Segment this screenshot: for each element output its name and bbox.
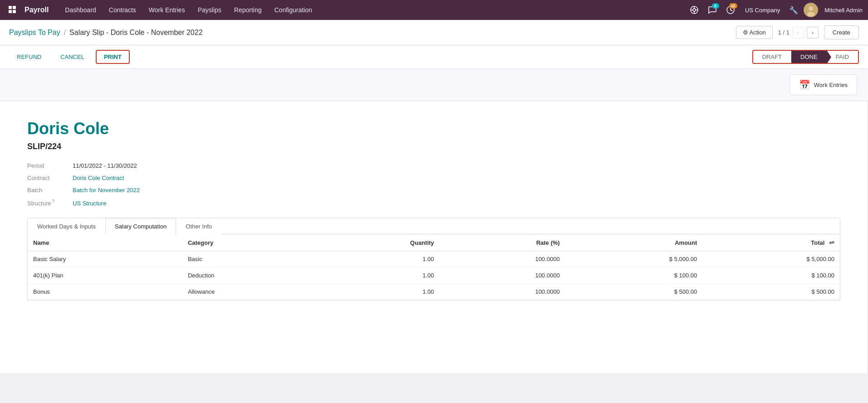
breadcrumb-current: Salary Slip - Doris Cole - November 2022	[69, 29, 202, 37]
svg-rect-3	[13, 10, 16, 13]
activity-badge: 42	[729, 3, 737, 9]
app-grid-icon[interactable]	[5, 3, 20, 17]
structure-label: Structure?	[27, 199, 73, 207]
period-value: 11/01/2022 - 11/30/2022	[73, 162, 137, 169]
batch-label: Batch	[27, 187, 73, 194]
cell-quantity: 1.00	[316, 267, 440, 284]
cell-rate: 100.0000	[440, 251, 565, 267]
cell-rate: 100.0000	[440, 284, 565, 300]
activity-icon[interactable]: 42	[723, 3, 738, 17]
nav-reporting[interactable]: Reporting	[229, 4, 267, 16]
svg-point-5	[693, 9, 696, 11]
status-pipeline: DRAFT DONE PAID	[752, 50, 859, 64]
action-bar: REFUND CANCEL PRINT DRAFT DONE PAID	[0, 45, 868, 69]
contract-value[interactable]: Doris Cole Contract	[73, 175, 124, 181]
cell-amount: $ 500.00	[565, 284, 703, 300]
cell-amount: $ 5,000.00	[565, 251, 703, 267]
nav-icons-group: 6 42 US Company 🔧 Mitchell Admin	[687, 3, 863, 17]
contract-label: Contract	[27, 175, 73, 181]
avatar[interactable]	[804, 3, 818, 17]
employee-name: Doris Cole	[27, 119, 840, 138]
structure-value[interactable]: US Structure	[73, 200, 106, 207]
structure-field: Structure? US Structure	[27, 199, 840, 207]
nav-dashboard[interactable]: Dashboard	[59, 4, 102, 16]
table-row: Basic Salary Basic 1.00 100.0000 $ 5,000…	[28, 251, 840, 267]
breadcrumb-parent[interactable]: Payslips To Pay	[9, 29, 60, 37]
svg-point-12	[809, 6, 813, 11]
period-field: Period 11/01/2022 - 11/30/2022	[27, 162, 840, 169]
prev-arrow[interactable]: ‹	[792, 27, 804, 39]
svg-rect-2	[9, 10, 12, 13]
tab-other-info[interactable]: Other Info	[176, 218, 221, 234]
work-entries-smart-button[interactable]: 📅 Work Entries	[790, 74, 857, 95]
cell-category: Allowance	[182, 284, 316, 300]
content-area: 📅 Work Entries Doris Cole SLIP/224 Perio…	[0, 69, 868, 373]
company-name[interactable]: US Company	[741, 7, 784, 14]
pagination-label: 1 / 1	[778, 29, 790, 36]
breadcrumb-bar: Payslips To Pay / Salary Slip - Doris Co…	[0, 20, 868, 45]
nav-contracts[interactable]: Contracts	[103, 4, 142, 16]
breadcrumb-separator: /	[64, 29, 66, 37]
col-rate-header: Rate (%)	[440, 234, 565, 251]
cell-total: $ 500.00	[702, 284, 840, 300]
status-done[interactable]: DONE	[791, 51, 827, 63]
nav-payslips[interactable]: Payslips	[192, 4, 227, 16]
column-settings-icon[interactable]: ⇌	[829, 239, 834, 246]
cell-category: Basic	[182, 251, 316, 267]
col-quantity-header: Quantity	[316, 234, 440, 251]
cell-rate: 100.0000	[440, 267, 565, 284]
cell-name: Bonus	[28, 284, 182, 300]
nav-configuration[interactable]: Configuration	[269, 4, 318, 16]
app-name: Payroll	[25, 6, 49, 14]
main-content: 📅 Work Entries Doris Cole SLIP/224 Perio…	[0, 69, 868, 373]
smart-buttons-area: 📅 Work Entries	[0, 69, 868, 101]
status-draft[interactable]: DRAFT	[753, 51, 791, 63]
messages-badge: 6	[712, 3, 719, 9]
cancel-button[interactable]: CANCEL	[53, 50, 92, 63]
slip-number: SLIP/224	[27, 142, 840, 151]
settings-icon[interactable]: 🔧	[787, 4, 800, 16]
col-name-header: Name	[28, 234, 182, 251]
col-amount-header: Amount	[565, 234, 703, 251]
messages-icon[interactable]: 6	[705, 3, 720, 17]
breadcrumb-actions: ⚙ Action 1 / 1 ‹ › Create	[736, 25, 859, 39]
user-name[interactable]: Mitchell Admin	[824, 7, 863, 14]
nav-work-entries[interactable]: Work Entries	[143, 4, 191, 16]
cell-quantity: 1.00	[316, 284, 440, 300]
cell-total: $ 100.00	[702, 267, 840, 284]
breadcrumb: Payslips To Pay / Salary Slip - Doris Co…	[9, 29, 736, 37]
svg-rect-0	[9, 6, 12, 9]
batch-field: Batch Batch for November 2022	[27, 187, 840, 194]
calendar-icon: 📅	[799, 79, 810, 90]
cell-amount: $ 100.00	[565, 267, 703, 284]
contract-field: Contract Doris Cole Contract	[27, 175, 840, 181]
cell-total: $ 5,000.00	[702, 251, 840, 267]
tab-salary-computation[interactable]: Salary Computation	[105, 218, 176, 234]
cell-quantity: 1.00	[316, 251, 440, 267]
work-entries-label: Work Entries	[814, 82, 848, 88]
svg-rect-1	[13, 6, 16, 9]
salary-computation-table: Name Category Quantity Rate (%) Amount T…	[28, 234, 840, 300]
status-paid[interactable]: PAID	[827, 51, 858, 63]
cell-name: 401(k) Plan	[28, 267, 182, 284]
form-card: Doris Cole SLIP/224 Period 11/01/2022 - …	[0, 101, 868, 373]
batch-value[interactable]: Batch for November 2022	[73, 187, 140, 194]
next-arrow[interactable]: ›	[807, 27, 819, 39]
top-navigation: Payroll Dashboard Contracts Work Entries…	[0, 0, 868, 20]
table-row: Bonus Allowance 1.00 100.0000 $ 500.00 $…	[28, 284, 840, 300]
tabs-container: Worked Days & Inputs Salary Computation …	[27, 218, 840, 301]
cell-name: Basic Salary	[28, 251, 182, 267]
col-total-header: Total ⇌	[702, 234, 840, 251]
col-category-header: Category	[182, 234, 316, 251]
form-area: 📅 Work Entries Doris Cole SLIP/224 Perio…	[0, 69, 868, 373]
pagination: 1 / 1 ‹ ›	[778, 27, 819, 39]
structure-help: ?	[52, 199, 55, 204]
action-button[interactable]: ⚙ Action	[736, 26, 773, 39]
create-button[interactable]: Create	[824, 25, 859, 39]
tab-worked-days[interactable]: Worked Days & Inputs	[28, 218, 105, 234]
table-row: 401(k) Plan Deduction 1.00 100.0000 $ 10…	[28, 267, 840, 284]
period-label: Period	[27, 162, 73, 169]
support-icon[interactable]	[687, 3, 701, 17]
print-button[interactable]: PRINT	[96, 50, 130, 64]
refund-button[interactable]: REFUND	[9, 50, 49, 63]
